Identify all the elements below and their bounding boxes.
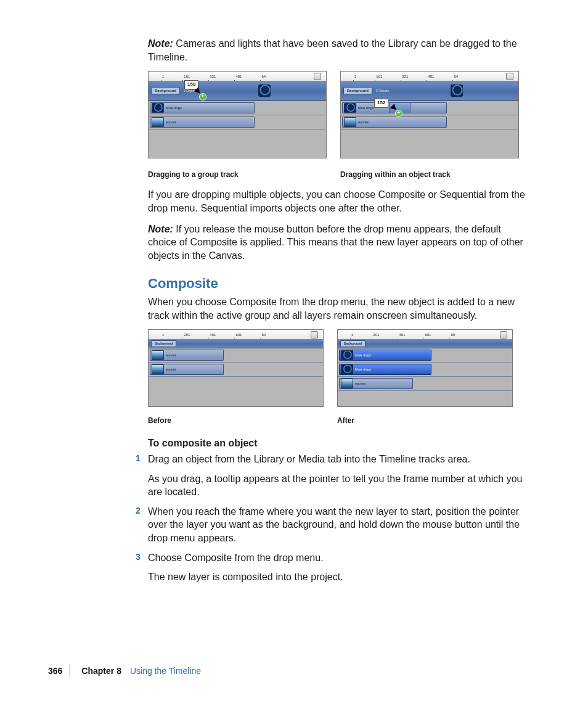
clip-label: waves xyxy=(166,367,176,372)
ring-thumbnail-icon xyxy=(152,103,164,113)
timeline-screenshot: 1 201 401 601 80 Background w xyxy=(148,329,324,407)
clip-label: blue rings xyxy=(355,353,371,358)
note-paragraph-2: Note: If you release the mouse button be… xyxy=(148,223,530,263)
timeline-ruler: 1 201 401 601 80 xyxy=(338,330,512,340)
clip-waves: waves xyxy=(150,117,255,128)
group-track: Background 2 Objects xyxy=(341,81,518,101)
chapter-title: Using the Timeline xyxy=(130,665,201,677)
step-text: Choose Composite from the drop menu. xyxy=(148,551,530,565)
step-number: 3 xyxy=(136,551,141,563)
object-track: blue rings xyxy=(149,101,326,115)
object-track: waves xyxy=(341,115,518,129)
ruler-tick: 481 xyxy=(428,74,434,79)
ruler-tick: 1 xyxy=(354,74,356,79)
clip-blue-rings: blue rings xyxy=(339,350,431,361)
step-body: Choose Composite from the drop menu. The… xyxy=(148,551,530,584)
clip-blue-rings: blue rings xyxy=(339,364,431,375)
wave-thumbnail-icon xyxy=(152,117,164,127)
wave-thumbnail-icon xyxy=(344,117,356,127)
drop-cursor-icon xyxy=(195,88,205,98)
wave-thumbnail-icon xyxy=(341,379,353,388)
footer-divider xyxy=(70,664,70,678)
ruler-tick: 201 xyxy=(373,332,379,337)
note-label: Note: xyxy=(148,38,173,49)
note-paragraph-1: Note: Cameras and lights that have been … xyxy=(148,37,530,64)
main-content: Note: Cameras and lights that have been … xyxy=(148,37,530,584)
ruler-tick: 64 xyxy=(454,74,458,79)
object-track: blue rings 152 xyxy=(341,101,518,115)
object-track: waves xyxy=(149,115,326,129)
step-text: The new layer is composited into the pro… xyxy=(148,570,530,584)
note-text: If you release the mouse button before t… xyxy=(148,224,523,261)
figure-caption: After xyxy=(337,416,513,425)
figure-drag-group: 1 161 321 481 64 Background 2 Objects 15… xyxy=(148,71,327,179)
group-label: Background xyxy=(151,340,176,347)
clip-waves: waves xyxy=(150,364,224,375)
timeline-ruler: 1 161 321 481 64 xyxy=(341,72,518,81)
clip-label: waves xyxy=(355,381,365,386)
group-label: Background xyxy=(340,340,365,347)
object-track: blue rings xyxy=(338,363,512,377)
object-track: blue rings xyxy=(338,348,512,363)
ruler-tick: 80 xyxy=(261,332,266,337)
object-track: waves xyxy=(338,377,512,391)
ruler-tick: 1 xyxy=(162,74,164,79)
ruler-tick: 321 xyxy=(210,74,216,79)
clip-waves: waves xyxy=(339,378,413,389)
ruler-tick: 161 xyxy=(376,74,382,79)
step-3: 3 Choose Composite from the drop menu. T… xyxy=(148,551,530,584)
ruler-tick: 601 xyxy=(425,332,431,337)
wave-thumbnail-icon xyxy=(152,350,164,360)
clip-label: blue rings xyxy=(355,367,371,372)
wave-thumbnail-icon xyxy=(152,364,164,374)
group-label: Background xyxy=(343,87,372,94)
procedure-steps: 1 Drag an object from the Library or Med… xyxy=(148,453,530,584)
clip-waves: waves xyxy=(150,350,224,361)
frame-tooltip: 152 xyxy=(374,99,388,108)
figure-after: 1 201 401 601 80 Background b xyxy=(337,329,513,425)
group-label: Background xyxy=(151,87,180,94)
tracks-area: Background blue rings blue rings xyxy=(338,339,512,406)
group-track: Background xyxy=(149,339,323,348)
step-number: 2 xyxy=(136,505,141,517)
figure-row-2: 1 201 401 601 80 Background w xyxy=(148,329,530,425)
body-paragraph: If you are dropping multiple objects, yo… xyxy=(148,188,530,215)
page-number: 366 xyxy=(48,665,62,677)
clip-label: waves xyxy=(166,120,176,125)
step-text: Drag an object from the Library or Media… xyxy=(148,453,530,466)
timeline-ruler: 1 161 321 481 64 xyxy=(149,72,326,81)
clip-label: blue rings xyxy=(166,105,182,110)
group-sublabel: 2 Objects xyxy=(376,89,389,93)
note-text: Cameras and lights that have been saved … xyxy=(148,38,517,62)
figure-caption: Dragging within an object track xyxy=(340,170,519,179)
chapter-label: Chapter 8 xyxy=(81,665,121,677)
figure-drag-object: 1 161 321 481 64 Background 2 Objects xyxy=(340,71,519,179)
step-2: 2 When you reach the frame where you wan… xyxy=(148,505,530,545)
ruler-tick: 401 xyxy=(399,332,405,337)
ruler-tick: 201 xyxy=(184,332,190,337)
tracks-area: Background 2 Objects 158 blue rings xyxy=(149,81,326,158)
ring-thumbnail-icon xyxy=(451,84,463,97)
ruler-tick: 321 xyxy=(402,74,408,79)
timeline-screenshot: 1 161 321 481 64 Background 2 Objects xyxy=(340,71,519,158)
section-heading-composite: Composite xyxy=(148,274,530,293)
clip-label: blue rings xyxy=(358,105,374,110)
drop-cursor-icon xyxy=(391,105,401,115)
figure-before: 1 201 401 601 80 Background w xyxy=(148,329,324,425)
ruler-tick: 601 xyxy=(235,332,242,337)
step-1: 1 Drag an object from the Library or Med… xyxy=(148,453,530,499)
group-track: Background xyxy=(338,339,512,348)
step-number: 1 xyxy=(136,453,141,464)
step-text: When you reach the frame where you want … xyxy=(148,505,530,545)
figure-caption: Dragging to a group track xyxy=(148,170,327,179)
ruler-tick: 161 xyxy=(184,74,190,79)
timeline-screenshot: 1 161 321 481 64 Background 2 Objects 15… xyxy=(148,71,327,158)
document-page: Note: Cameras and lights that have been … xyxy=(0,0,588,706)
ring-thumbnail-icon xyxy=(341,350,353,360)
ruler-tick: 64 xyxy=(261,74,266,79)
procedure-heading: To composite an object xyxy=(148,437,530,450)
timeline-ruler: 1 201 401 601 80 xyxy=(149,330,323,340)
object-track: waves xyxy=(149,363,323,377)
ring-thumbnail-icon xyxy=(258,84,271,97)
figure-caption: Before xyxy=(148,416,324,425)
